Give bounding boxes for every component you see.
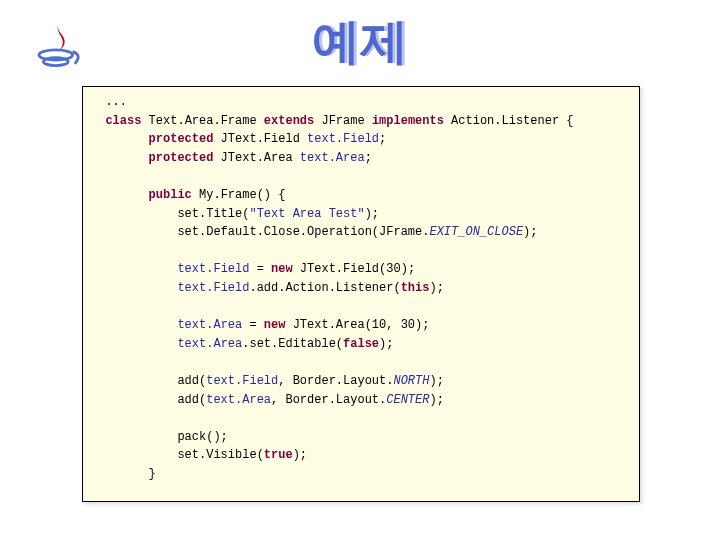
code-text: , Border.Layout. xyxy=(271,393,386,407)
code-text: } xyxy=(91,467,156,481)
field-ref: text.Area xyxy=(300,151,365,165)
code-text: .add.Action.Listener( xyxy=(249,281,400,295)
code-text: set.Default.Close.Operation(JFrame. xyxy=(91,225,429,239)
code-text: set.Visible( xyxy=(91,448,264,462)
field-ref: text.Area xyxy=(206,393,271,407)
slide: 예제 예제 ... class Text.Area.Frame extends … xyxy=(0,0,720,540)
constant: CENTER xyxy=(386,393,429,407)
keyword-extends: extends xyxy=(264,114,314,128)
keyword-protected: protected xyxy=(149,151,214,165)
field-ref: text.Field xyxy=(307,132,379,146)
field-ref: text.Field xyxy=(177,281,249,295)
keyword-class: class xyxy=(105,114,141,128)
slide-title-shadow: 예제 xyxy=(3,10,720,74)
code-text: add( xyxy=(91,374,206,388)
keyword-protected: protected xyxy=(149,132,214,146)
code-text: , Border.Layout. xyxy=(278,374,393,388)
code-text: ); xyxy=(429,393,443,407)
code-text: ); xyxy=(365,207,379,221)
constant: EXIT_ON_CLOSE xyxy=(429,225,523,239)
code-text: .set.Editable( xyxy=(242,337,343,351)
code-text: ); xyxy=(429,281,443,295)
code-text: ); xyxy=(293,448,307,462)
code-line: ... xyxy=(91,95,127,109)
keyword-new: new xyxy=(264,318,286,332)
keyword-public: public xyxy=(149,188,192,202)
keyword-false: false xyxy=(343,337,379,351)
code-text: = xyxy=(242,318,264,332)
code-text: ; xyxy=(379,132,386,146)
keyword-this: this xyxy=(401,281,430,295)
code-text: pack(); xyxy=(91,430,228,444)
code-text: ); xyxy=(379,337,393,351)
code-text: Text.Area.Frame xyxy=(141,114,263,128)
field-ref: text.Area xyxy=(177,318,242,332)
code-text: JText.Field(30); xyxy=(293,262,415,276)
code-text: JText.Area xyxy=(213,151,299,165)
code-text: JText.Field xyxy=(213,132,307,146)
code-text: ); xyxy=(429,374,443,388)
constant: NORTH xyxy=(393,374,429,388)
keyword-true: true xyxy=(264,448,293,462)
code-text: ); xyxy=(523,225,537,239)
code-text: JFrame xyxy=(314,114,372,128)
code-text: JText.Area(10, 30); xyxy=(285,318,429,332)
string-literal: "Text Area Test" xyxy=(249,207,364,221)
keyword-new: new xyxy=(271,262,293,276)
slide-title: 예제 예제 xyxy=(0,10,720,74)
code-box: ... class Text.Area.Frame extends JFrame… xyxy=(82,86,640,502)
code-text: set.Title( xyxy=(91,207,249,221)
keyword-implements: implements xyxy=(372,114,444,128)
code-text: = xyxy=(249,262,271,276)
field-ref: text.Field xyxy=(206,374,278,388)
code-text: add( xyxy=(91,393,206,407)
code-text: Action.Listener { xyxy=(444,114,574,128)
field-ref: text.Field xyxy=(177,262,249,276)
java-logo-icon xyxy=(30,18,86,74)
code-text: ; xyxy=(365,151,372,165)
slide-title-text: 예제 xyxy=(0,10,720,74)
field-ref: text.Area xyxy=(177,337,242,351)
code-text: My.Frame() { xyxy=(192,188,286,202)
